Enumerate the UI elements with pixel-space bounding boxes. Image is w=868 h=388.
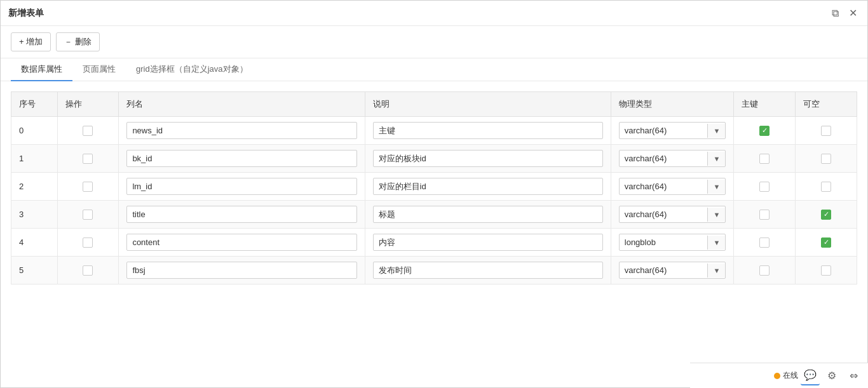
cell-nullable [796, 173, 857, 201]
type-dropdown-arrow[interactable]: ▼ [707, 236, 725, 250]
type-dropdown-arrow[interactable]: ▼ [707, 180, 725, 194]
cell-name [119, 257, 365, 284]
name-input[interactable] [126, 150, 356, 167]
cell-seq: 3 [11, 201, 58, 229]
cell-pk [734, 145, 796, 173]
bottom-bar: 在线 💬 ⚙ ⇔ [690, 363, 868, 388]
cell-nullable [796, 145, 857, 173]
content-area: 序号 操作 列名 说明 物理类型 主键 可空 0varchar(64)▼1var… [1, 81, 867, 295]
type-dropdown-arrow[interactable]: ▼ [707, 124, 725, 138]
name-input[interactable] [126, 206, 356, 223]
cell-desc [365, 201, 611, 229]
window-title: 新增表单 [8, 8, 44, 19]
row-checkbox[interactable] [83, 265, 93, 276]
cell-name [119, 229, 365, 257]
name-input[interactable] [126, 178, 356, 195]
add-button[interactable]: + 增加 [11, 32, 51, 51]
delete-button[interactable]: － 删除 [56, 32, 100, 51]
cell-pk [734, 257, 796, 284]
desc-input[interactable] [373, 122, 603, 139]
type-dropdown-arrow[interactable]: ▼ [707, 152, 725, 166]
nullable-checkbox[interactable] [821, 210, 831, 220]
table-row: 0varchar(64)▼ [11, 117, 857, 145]
cell-seq: 1 [11, 145, 58, 173]
cell-seq: 4 [11, 229, 58, 257]
cell-pk [734, 173, 796, 201]
pk-checkbox[interactable] [759, 237, 770, 248]
row-checkbox[interactable] [83, 182, 93, 192]
tab-db-properties[interactable]: 数据库属性 [11, 58, 72, 81]
name-input[interactable] [126, 122, 356, 139]
cell-nullable [796, 229, 857, 257]
row-checkbox[interactable] [83, 154, 93, 164]
row-checkbox[interactable] [83, 237, 93, 248]
cell-name [119, 201, 365, 229]
cell-type: varchar(64)▼ [611, 201, 734, 229]
col-header-name: 列名 [119, 92, 365, 117]
pk-checkbox[interactable] [759, 210, 770, 220]
col-header-seq: 序号 [11, 92, 58, 117]
cell-type: varchar(64)▼ [611, 173, 734, 201]
cell-type: varchar(64)▼ [611, 257, 734, 284]
type-dropdown-arrow[interactable]: ▼ [707, 208, 725, 222]
chat-icon[interactable]: 💬 [801, 366, 820, 385]
desc-input[interactable] [373, 178, 603, 195]
pk-checkbox[interactable] [759, 154, 770, 164]
type-value: varchar(64) [620, 262, 708, 278]
status-label: 在线 [783, 370, 798, 381]
col-header-type: 物理类型 [611, 92, 734, 117]
tab-bar: 数据库属性 页面属性 grid选择框（自定义java对象） [1, 58, 867, 81]
col-header-op: 操作 [57, 92, 119, 117]
desc-input[interactable] [373, 262, 603, 279]
nullable-checkbox[interactable] [821, 126, 831, 136]
row-checkbox[interactable] [83, 126, 93, 136]
pk-checkbox[interactable] [759, 265, 770, 276]
name-input[interactable] [126, 234, 356, 251]
settings-icon[interactable]: ⚙ [822, 366, 841, 385]
table-row: 2varchar(64)▼ [11, 173, 857, 201]
main-window: 新增表单 ⧉ ✕ + 增加 － 删除 数据库属性 页面属性 grid选择框（自定… [0, 0, 868, 388]
type-value: longblob [620, 234, 708, 250]
cell-type: varchar(64)▼ [611, 117, 734, 145]
type-value: varchar(64) [620, 123, 708, 138]
cell-desc [365, 173, 611, 201]
cell-seq: 0 [11, 117, 58, 145]
nullable-checkbox[interactable] [821, 182, 831, 192]
cell-pk [734, 201, 796, 229]
pk-checkbox[interactable] [759, 126, 770, 136]
table-row: 3varchar(64)▼ [11, 201, 857, 229]
name-input[interactable] [126, 262, 356, 279]
cell-type: varchar(64)▼ [611, 145, 734, 173]
cell-op [57, 229, 119, 257]
tab-grid-selector[interactable]: grid选择框（自定义java对象） [126, 58, 258, 81]
tab-page-properties[interactable]: 页面属性 [72, 58, 126, 81]
close-button[interactable]: ✕ [846, 6, 860, 20]
pk-checkbox[interactable] [759, 182, 770, 192]
cell-desc [365, 117, 611, 145]
table-row: 5varchar(64)▼ [11, 257, 857, 284]
cell-op [57, 257, 119, 284]
desc-input[interactable] [373, 150, 603, 167]
cell-name [119, 173, 365, 201]
row-checkbox[interactable] [83, 210, 93, 220]
cell-seq: 2 [11, 173, 58, 201]
cell-seq: 5 [11, 257, 58, 284]
cell-op [57, 201, 119, 229]
cell-nullable [796, 257, 857, 284]
toolbar: + 增加 － 删除 [1, 26, 867, 58]
restore-button[interactable]: ⧉ [829, 6, 841, 20]
cell-desc [365, 145, 611, 173]
table-row: 1varchar(64)▼ [11, 145, 857, 173]
desc-input[interactable] [373, 234, 603, 251]
nullable-checkbox[interactable] [821, 265, 831, 276]
cell-pk [734, 117, 796, 145]
nullable-checkbox[interactable] [821, 154, 831, 164]
cell-pk [734, 229, 796, 257]
nullable-checkbox[interactable] [821, 237, 831, 248]
col-header-nullable: 可空 [796, 92, 857, 117]
expand-icon[interactable]: ⇔ [844, 366, 863, 385]
desc-input[interactable] [373, 206, 603, 223]
type-value: varchar(64) [620, 178, 708, 194]
type-dropdown-arrow[interactable]: ▼ [707, 264, 725, 278]
col-header-pk: 主键 [734, 92, 796, 117]
